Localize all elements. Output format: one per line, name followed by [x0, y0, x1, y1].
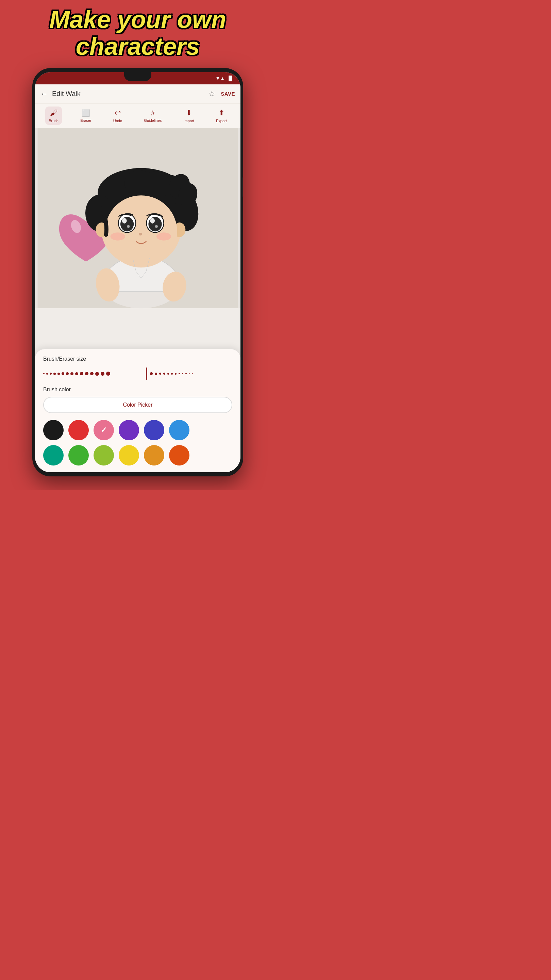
slider-dot — [150, 372, 153, 375]
slider-dot — [106, 372, 110, 375]
color-swatch-green[interactable] — [68, 445, 89, 466]
svg-point-17 — [105, 195, 177, 267]
slider-dot — [80, 372, 83, 375]
bottom-panel: Brush/Eraser size — [35, 349, 240, 472]
slider-dots-right — [150, 372, 232, 375]
wifi-icon: ▼▲ — [215, 76, 225, 81]
svg-point-29 — [111, 232, 125, 240]
battery-icon: ▐▌ — [227, 76, 233, 81]
slider-dot — [182, 373, 183, 374]
export-tool[interactable]: ⬆ Export — [213, 107, 230, 125]
slider-dot — [95, 372, 99, 375]
app-bar: ← Edit Walk ☆ SAVE — [35, 84, 240, 103]
guidelines-label: Guidelines — [144, 118, 162, 123]
slider-dot — [185, 373, 187, 374]
svg-point-23 — [150, 218, 155, 224]
slider-dot — [90, 372, 94, 375]
export-label: Export — [216, 119, 227, 123]
color-swatch-pink[interactable] — [94, 420, 114, 440]
slider-dot — [43, 373, 44, 374]
slider-dot — [171, 373, 173, 375]
star-button[interactable]: ☆ — [208, 89, 215, 98]
back-button[interactable]: ← — [40, 89, 48, 98]
export-icon: ⬆ — [218, 108, 224, 118]
color-swatch-red[interactable] — [68, 420, 89, 440]
phone-screen: ▼▲ ▐▌ ← Edit Walk ☆ SAVE 🖌 Brush ⬜ Erase… — [35, 72, 240, 472]
undo-icon: ↩ — [114, 108, 121, 118]
undo-label: Undo — [113, 119, 122, 123]
phone-power-button — [243, 177, 243, 197]
color-swatch-amber[interactable] — [144, 445, 164, 466]
brush-color-label: Brush color — [43, 387, 232, 393]
color-swatch-yellow[interactable] — [119, 445, 139, 466]
headline-line1: Make your own — [0, 6, 275, 33]
phone-frame: ▼▲ ▐▌ ← Edit Walk ☆ SAVE 🖌 Brush ⬜ Erase… — [32, 68, 243, 476]
color-swatch-purple[interactable] — [119, 420, 139, 440]
slider-dot — [159, 372, 161, 375]
slider-dot — [53, 372, 56, 375]
svg-point-22 — [122, 218, 127, 224]
slider-track — [43, 373, 232, 374]
color-swatch-blue-light[interactable] — [169, 420, 189, 440]
brush-icon: 🖌 — [50, 108, 57, 118]
svg-point-21 — [148, 217, 162, 231]
color-swatch-orange[interactable] — [169, 445, 189, 466]
svg-point-24 — [127, 225, 130, 228]
slider-dot — [85, 372, 89, 375]
slider-thumb[interactable] — [146, 368, 147, 380]
slider-dot — [155, 372, 157, 375]
color-swatches-row1 — [43, 420, 232, 440]
color-swatch-lime[interactable] — [94, 445, 114, 466]
svg-point-25 — [155, 225, 158, 228]
import-tool[interactable]: ⬇ Import — [180, 107, 198, 125]
color-swatch-black[interactable] — [43, 420, 64, 440]
undo-tool[interactable]: ↩ Undo — [110, 107, 125, 125]
drawing-canvas[interactable] — [35, 128, 240, 308]
eraser-tool[interactable]: ⬜ Eraser — [77, 107, 95, 124]
slider-dot — [175, 373, 176, 375]
color-picker-button[interactable]: Color Picker — [43, 397, 232, 413]
import-label: Import — [184, 119, 194, 123]
drawing-toolbar: 🖌 Brush ⬜ Eraser ↩ Undo # Guidelines ⬇ I… — [35, 103, 240, 128]
slider-dot — [50, 372, 52, 375]
color-swatch-blue-dark[interactable] — [144, 420, 164, 440]
svg-point-12 — [124, 170, 154, 196]
slider-dot — [167, 373, 169, 375]
headline-line2: characters — [0, 33, 275, 60]
slider-dot — [66, 372, 69, 375]
page-title: Edit Walk — [52, 90, 208, 98]
slider-dot — [179, 373, 180, 374]
status-bar: ▼▲ ▐▌ — [35, 72, 240, 84]
eraser-label: Eraser — [80, 118, 91, 123]
brush-size-label: Brush/Eraser size — [43, 356, 232, 362]
slider-dot — [163, 372, 165, 375]
slider-dot — [192, 373, 193, 374]
slider-dot — [75, 372, 78, 375]
import-icon: ⬇ — [186, 108, 192, 118]
svg-point-28 — [139, 233, 142, 235]
eraser-icon: ⬜ — [82, 109, 90, 117]
slider-dot — [101, 372, 105, 375]
svg-point-20 — [121, 217, 134, 231]
color-swatches-row2 — [43, 445, 232, 466]
svg-point-30 — [156, 232, 171, 240]
guidelines-tool[interactable]: # Guidelines — [140, 107, 165, 124]
guidelines-icon: # — [151, 109, 155, 117]
status-icons: ▼▲ ▐▌ — [215, 76, 233, 81]
brush-tool[interactable]: 🖌 Brush — [45, 107, 62, 125]
save-button[interactable]: SAVE — [221, 91, 235, 97]
notch — [124, 72, 151, 81]
color-swatch-teal[interactable] — [43, 445, 64, 466]
brush-size-slider[interactable] — [43, 368, 232, 380]
slider-dot — [57, 372, 60, 375]
brush-label: Brush — [49, 119, 59, 123]
slider-dot — [70, 372, 73, 375]
headline: Make your own characters — [0, 6, 275, 60]
slider-dot — [62, 372, 64, 375]
slider-dots-left — [43, 372, 146, 375]
slider-dot — [46, 373, 48, 375]
slider-dot — [189, 373, 190, 374]
